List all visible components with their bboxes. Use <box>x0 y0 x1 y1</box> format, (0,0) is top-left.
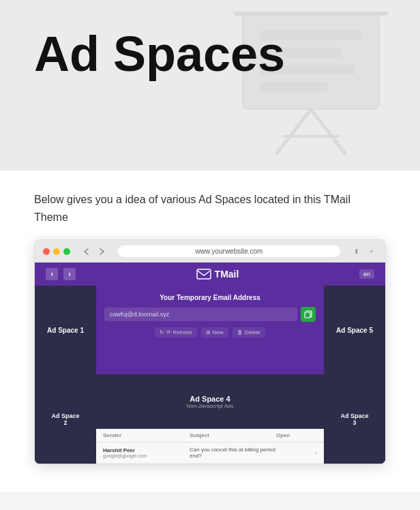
tmail-logo: TMail <box>196 269 239 280</box>
browser-nav <box>81 246 107 257</box>
lang-selector[interactable]: en <box>359 269 374 279</box>
col-subject: Subject <box>190 432 276 438</box>
dot-yellow <box>53 248 60 255</box>
open-arrow[interactable]: › <box>276 451 317 455</box>
tmail-app: f t TMail en Ad Space 1 <box>35 262 385 464</box>
browser-chrome: www.yourwebsite.com ⬆ + <box>35 240 385 262</box>
svg-rect-9 <box>197 269 211 279</box>
refresh-button[interactable]: ↻⟳ Refresh <box>155 327 196 338</box>
description-section: Below gives you a idea of various Ad Spa… <box>0 170 420 239</box>
new-button[interactable]: ⊞New <box>201 327 228 338</box>
col-sender: Sender <box>103 432 190 438</box>
ad-space-4-subtitle: Non-Javascript Ads <box>187 403 234 409</box>
ad-space-1: Ad Space 1 <box>35 286 96 374</box>
svg-line-6 <box>311 109 345 153</box>
ad-space-3: Ad Space3 <box>324 374 385 464</box>
browser-mockup: www.yourwebsite.com ⬆ + f t <box>34 239 386 464</box>
inbox-sender-cell: Harshit Peer google@google.com <box>103 447 190 458</box>
ad-space-4: Ad Space 4 Non-Javascript Ads <box>96 374 324 429</box>
add-tab-icon: + <box>366 246 377 257</box>
browser-actions: ⬆ + <box>351 246 377 257</box>
ad-space-5: Ad Space 5 <box>324 286 385 374</box>
hero-section: Ad Spaces <box>0 0 420 170</box>
browser-dots <box>43 248 70 255</box>
email-subject: Can you cancel this at billing period en… <box>190 447 276 459</box>
ad-space-2: Ad Space2 <box>35 374 96 464</box>
copy-button[interactable] <box>301 307 316 322</box>
browser-container: www.yourwebsite.com ⬆ + f t <box>0 239 420 492</box>
tmail-inbox: Ad Space 4 Non-Javascript Ads Sender Sub… <box>96 374 324 464</box>
tmail-logo-text: TMail <box>215 269 239 280</box>
col-open: Open <box>276 432 317 438</box>
email-display[interactable]: cowfuj@d.toomail.xyz <box>104 308 297 321</box>
page-title: Ad Spaces <box>34 27 386 81</box>
share-icon: ⬆ <box>351 246 362 257</box>
inbox-header: Sender Subject Open <box>96 429 324 442</box>
email-row: cowfuj@d.toomail.xyz <box>104 307 316 322</box>
actions-row: ↻⟳ Refresh ⊞New 🗑Delete <box>155 327 265 338</box>
email-title: Your Temporary Email Address <box>160 294 260 301</box>
svg-rect-4 <box>260 82 328 91</box>
nav-forward-icon <box>96 246 107 257</box>
tmail-center: Your Temporary Email Address cowfuj@d.to… <box>96 286 324 374</box>
facebook-btn[interactable]: f <box>46 268 58 280</box>
dot-green <box>63 248 70 255</box>
delete-button[interactable]: 🗑Delete <box>232 327 265 338</box>
url-bar[interactable]: www.yourwebsite.com <box>118 245 340 257</box>
nav-icon <box>81 246 92 257</box>
ad-space-4-title: Ad Space 4 <box>190 395 230 403</box>
twitter-btn[interactable]: t <box>63 268 76 280</box>
tmail-logo-icon <box>196 269 211 280</box>
tmail-header-left: f t <box>46 268 76 280</box>
description-text: Below gives you a idea of various Ad Spa… <box>34 191 386 226</box>
tmail-header: f t TMail en <box>35 262 385 286</box>
table-row[interactable]: Harshit Peer google@google.com Can you c… <box>96 442 324 464</box>
tmail-main-row1: Ad Space 1 Your Temporary Email Address … <box>35 286 385 374</box>
dot-red <box>43 248 50 255</box>
svg-rect-10 <box>305 312 310 318</box>
svg-line-5 <box>277 109 311 153</box>
sender-name: Harshit Peer <box>103 447 190 453</box>
sender-email: google@google.com <box>103 453 190 458</box>
tmail-email-list: Ad Space2 Ad Space 4 Non-Javascript Ads … <box>35 374 385 464</box>
